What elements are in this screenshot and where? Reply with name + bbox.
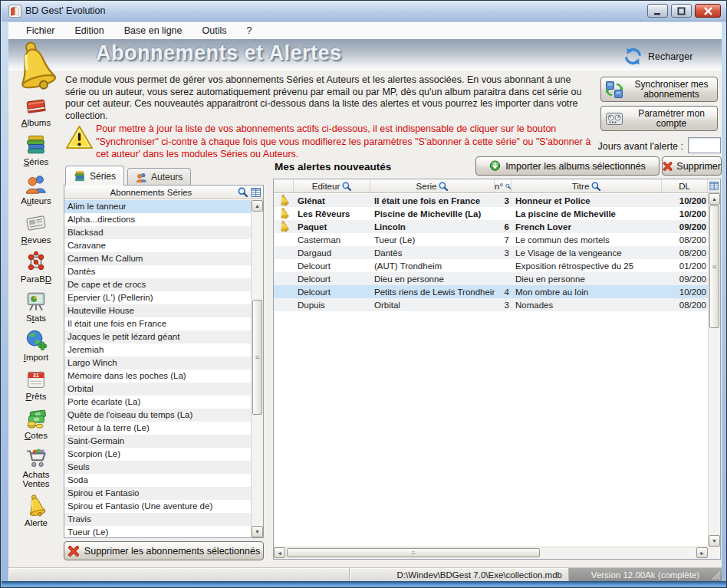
list-item[interactable]: Hauteville House — [64, 304, 251, 317]
menu-item-edition[interactable]: Edition — [65, 23, 114, 38]
columns-icon-cell[interactable] — [708, 179, 720, 192]
list-item[interactable]: Spirou et Fantasio — [64, 487, 251, 500]
search-icon[interactable] — [505, 182, 511, 190]
list-item[interactable]: Alim le tanneur — [64, 200, 251, 213]
column-header-dl[interactable]: DL — [662, 179, 708, 192]
scrollbar-up-button[interactable]: ▲ — [252, 200, 263, 212]
list-item[interactable]: Jeremiah — [64, 343, 251, 356]
list-item[interactable]: Epervier (L') (Pellerin) — [64, 291, 251, 304]
table-row[interactable]: Les RêveursPiscine de Micheville (La)La … — [274, 207, 708, 220]
column-header-editeur[interactable]: Editeur — [294, 179, 370, 192]
scrollbar-thumb[interactable]: ≡ — [709, 205, 719, 328]
synchroniser-button[interactable]: Synchroniser mes abonnements — [600, 77, 718, 102]
cell-editeur: Dupuis — [294, 298, 370, 311]
tab-series[interactable]: Séries — [65, 166, 124, 186]
list-item[interactable]: Porte écarlate (La) — [64, 396, 251, 409]
list-item[interactable]: Retour à la terre (Le) — [64, 422, 251, 435]
alerts-title: Mes alertes nouveautés — [275, 161, 391, 172]
sidebar-item-alerte[interactable]: Alerte — [25, 494, 48, 527]
delete-alerts-button[interactable]: Supprimer — [662, 156, 722, 176]
scrollbar-down-button[interactable]: ▼ — [709, 535, 720, 547]
sidebar-item-import[interactable]: Import — [24, 329, 49, 362]
minimize-button[interactable] — [647, 4, 668, 18]
cell-dl: 08/200 — [662, 246, 708, 259]
table-row[interactable]: GlénatIl était une fois en France3Honneu… — [274, 194, 708, 207]
parametrer-button[interactable]: Paramétrer mon compte — [600, 106, 718, 131]
recharger-button[interactable]: Recharger — [623, 47, 692, 66]
search-icon[interactable] — [439, 182, 448, 191]
maximize-button[interactable] — [671, 4, 692, 18]
list-item[interactable]: Carmen Mc Callum — [64, 252, 251, 265]
sidebar-item-albums[interactable]: Albums — [21, 94, 51, 127]
scrollbar-up-button[interactable]: ▲ — [709, 193, 720, 205]
sidebar-item-achats-ventes[interactable]: Achats Ventes — [8, 446, 64, 488]
column-header-titre[interactable]: Titre — [512, 179, 662, 192]
columns-icon[interactable] — [251, 187, 262, 198]
jours-avant-alerte-input[interactable] — [688, 137, 721, 153]
table-row[interactable]: DelcourtDieu en personneDieu en personne… — [274, 272, 708, 285]
cell-alert-bell — [274, 220, 294, 233]
tab-auteurs[interactable]: Auteurs — [127, 168, 191, 186]
table-row[interactable]: DelcourtPetits riens de Lewis Trondhein4… — [274, 285, 708, 298]
cell-titre: Le commun des mortels — [512, 233, 662, 246]
column-header-serie[interactable]: Serie — [370, 179, 495, 192]
resize-grip-icon[interactable] — [711, 570, 721, 580]
list-item[interactable]: Largo Winch — [64, 356, 251, 370]
list-item[interactable]: Tueur (Le) — [64, 526, 251, 537]
columns-icon[interactable] — [709, 181, 719, 191]
list-item[interactable]: Mémoire dans les poches (La) — [64, 370, 251, 383]
sidebar-item-prets[interactable]: 31Prêts — [25, 368, 48, 401]
table-row[interactable]: PaquetLincoln6French Lover09/200 — [274, 220, 708, 233]
sidebar-item-auteurs[interactable]: Auteurs — [21, 172, 51, 205]
albums-icon — [25, 94, 48, 117]
list-item[interactable]: Caravane — [64, 239, 251, 252]
sidebar-item-series[interactable]: Séries — [24, 133, 49, 166]
column-header-num[interactable]: n° — [495, 179, 512, 192]
menu-item-?[interactable]: ? — [236, 23, 262, 38]
search-icon[interactable] — [342, 182, 351, 191]
list-item[interactable]: Quête de l'oiseau du temps (La) — [64, 409, 251, 422]
list-item[interactable]: Dantès — [64, 265, 251, 278]
search-icon[interactable] — [591, 182, 600, 191]
table-row[interactable]: Delcourt(AUT) TrondheimExposition rétros… — [274, 259, 708, 272]
list-item[interactable]: Seuls — [64, 461, 251, 474]
search-icon[interactable] — [238, 187, 248, 197]
cell-serie: Il était une fois en France — [370, 194, 495, 207]
refresh-icon — [623, 47, 643, 66]
delete-subscriptions-button[interactable]: Supprimer les abonnements sélectionnés — [64, 541, 264, 560]
close-button[interactable] — [695, 4, 721, 18]
alerts-horizontal-scrollbar[interactable]: ◄ ≡ ► — [274, 547, 708, 559]
cell-editeur: Glénat — [294, 194, 370, 207]
menu-item-fichier[interactable]: Fichier — [16, 23, 65, 38]
menu-item-base-en-ligne[interactable]: Base en ligne — [114, 23, 192, 38]
menu-item-outils[interactable]: Outils — [192, 23, 237, 38]
list-item[interactable]: Saint-Germain — [64, 435, 251, 448]
sidebar-item-revues[interactable]: Revues — [21, 212, 51, 245]
table-row[interactable]: DargaudDantès3Le Visage de la vengeance0… — [274, 246, 708, 259]
scrollbar-right-button[interactable]: ► — [696, 547, 708, 558]
subscriptions-header[interactable]: Abonnements Séries — [64, 186, 263, 199]
alerts-vertical-scrollbar[interactable]: ▲ ≡ ▼ — [708, 193, 720, 547]
list-item[interactable]: Travis — [64, 513, 251, 526]
list-item[interactable]: Il était une fois en France — [64, 317, 251, 330]
scrollbar-thumb[interactable]: ≡ — [287, 548, 540, 557]
scrollbar-down-button[interactable]: ▼ — [252, 526, 263, 537]
subscriptions-scrollbar[interactable]: ▲ ≡ ▼ — [251, 200, 263, 537]
list-item[interactable]: Scorpion (Le) — [64, 448, 251, 461]
sidebar-item-stats[interactable]: Stats — [25, 290, 48, 323]
sidebar-item-parabd[interactable]: ParaBD — [21, 251, 51, 284]
table-row[interactable]: CastermanTueur (Le)7Le commun des mortel… — [274, 233, 708, 246]
scrollbar-thumb[interactable]: ≡ — [252, 300, 262, 415]
subscriptions-list: Alim le tanneurAlpha...directionsBlacksa… — [64, 200, 251, 537]
list-item[interactable]: Soda — [64, 474, 251, 487]
list-item[interactable]: Blacksad — [64, 226, 251, 239]
sidebar-item-cotes[interactable]: Cotes — [25, 407, 48, 440]
list-item[interactable]: Jacques le petit lézard géant — [64, 330, 251, 343]
scrollbar-left-button[interactable]: ◄ — [274, 547, 285, 558]
import-albums-button[interactable]: Importer les albums sélectionnés — [475, 156, 660, 176]
list-item[interactable]: Orbital — [64, 383, 251, 396]
list-item[interactable]: De cape et de crocs — [64, 278, 251, 291]
table-row[interactable]: DupuisOrbital3Nomades08/200 — [274, 298, 708, 311]
list-item[interactable]: Alpha...directions — [64, 213, 251, 226]
list-item[interactable]: Spirou et Fantasio (Une aventure de) — [64, 500, 251, 513]
